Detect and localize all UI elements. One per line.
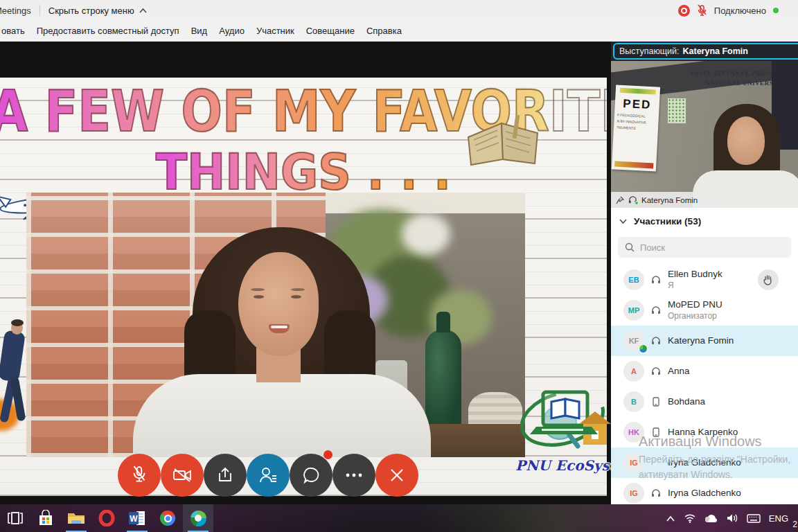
- wifi-icon[interactable]: [684, 513, 696, 523]
- participants-icon: [258, 466, 278, 484]
- touch-keyboard-icon[interactable]: [747, 514, 761, 523]
- onedrive-icon[interactable]: [704, 514, 718, 523]
- task-view-button[interactable]: [0, 504, 30, 532]
- microsoft-store-button[interactable]: [30, 504, 61, 532]
- headset-icon: [651, 366, 661, 376]
- webex-button[interactable]: [183, 504, 213, 532]
- headset-icon: [651, 275, 661, 285]
- avatar: HK: [623, 422, 644, 443]
- headset-icon: [651, 488, 661, 498]
- participant-row[interactable]: A Anna: [611, 356, 798, 387]
- headset-icon: [651, 305, 661, 315]
- participant-row[interactable]: EB Ellen Budnyk Я: [611, 265, 798, 295]
- moped-poster: PED F PEDAGOGICAL N BY INNOVATIVE TRUMEN…: [612, 85, 660, 171]
- chat-notification-dot: [323, 450, 332, 459]
- participant-row[interactable]: B Bohdana: [611, 387, 798, 417]
- chrome-icon: [160, 511, 175, 526]
- participants-section-header[interactable]: Участники (53): [611, 208, 798, 234]
- search-input[interactable]: [640, 242, 772, 253]
- participant-name: MoPED PNU: [668, 299, 722, 311]
- participant-subtitle: Я: [668, 281, 722, 291]
- language-indicator[interactable]: ENG: [769, 513, 788, 524]
- leave-meeting-button[interactable]: [375, 454, 418, 497]
- avatar: A: [623, 361, 644, 382]
- participant-row[interactable]: HK Hanna Karpenko: [611, 417, 798, 447]
- camera-off-button[interactable]: [161, 454, 204, 497]
- volume-icon[interactable]: [727, 513, 738, 523]
- close-x-icon: [389, 467, 405, 484]
- chat-icon: [302, 466, 321, 484]
- participant-name: Iryna Gladchenko: [668, 457, 741, 469]
- menu-item-meeting[interactable]: Совещание: [306, 26, 355, 36]
- participant-row[interactable]: MP MoPED PNU Организатор: [611, 295, 798, 326]
- tray-chevron-up-icon[interactable]: [666, 515, 675, 522]
- menu-item-audio[interactable]: Аудио: [219, 26, 245, 36]
- shared-screen-area: A FEW OF MY FAVORITE THINGS . . .: [0, 42, 611, 504]
- thumbnail-name-overlay: Kateryna Fomin: [611, 192, 718, 208]
- speaker-name: Kateryna Fomin: [683, 46, 748, 56]
- speaker-webcam-video: [26, 193, 525, 457]
- speaker-face: [238, 252, 319, 356]
- speaker-video-thumbnail[interactable]: VASYL STEFANYK PRECARPA NATIONAL UNIVERS…: [611, 61, 798, 208]
- participant-row[interactable]: IG Iryna Gladchenko: [611, 447, 798, 478]
- thumbnail-speaker-name: Kateryna Fomin: [641, 196, 698, 204]
- opera-icon: [98, 510, 115, 526]
- recording-indicator-icon[interactable]: [678, 5, 690, 17]
- pnu-ecosystem-watermark-logo: PNU EcoSystem: [515, 385, 611, 474]
- hide-menu-label: Скрыть строку меню: [48, 6, 134, 16]
- chevron-up-icon: [139, 8, 147, 13]
- pnu-logo-graphic: [515, 385, 611, 454]
- svg-text:W: W: [130, 514, 138, 524]
- participant-list: EB Ellen Budnyk Я MP MoPED PNU Организат…: [611, 265, 798, 504]
- participants-button[interactable]: [247, 454, 290, 497]
- avatar: EB: [623, 269, 644, 290]
- avatar: MP: [623, 300, 644, 321]
- chat-button[interactable]: [290, 454, 332, 497]
- ceiling-strip: [326, 193, 525, 213]
- taskbar-clock-partial[interactable]: 2: [792, 520, 797, 529]
- white-flowers: [402, 213, 450, 255]
- participant-row[interactable]: IG Iryna Gladchenko: [611, 478, 798, 504]
- pin-icon[interactable]: [616, 196, 624, 204]
- avatar: KF: [623, 330, 644, 351]
- avatar: B: [623, 391, 644, 412]
- file-explorer-button[interactable]: [61, 504, 91, 532]
- participant-name: Anna: [668, 366, 690, 378]
- phone-icon: [651, 427, 661, 437]
- search-icon: [625, 242, 635, 252]
- word-button[interactable]: W: [122, 504, 152, 532]
- headset-icon: [651, 336, 661, 346]
- menu-item-help[interactable]: Справка: [366, 26, 402, 36]
- side-panel: Выступающий: Kateryna Fomin VASYL STEFAN…: [611, 42, 798, 504]
- microsoft-store-icon: [37, 510, 54, 526]
- green-bottle-vase: [425, 330, 461, 428]
- task-view-icon: [7, 511, 24, 526]
- participant-subtitle: Организатор: [668, 311, 722, 321]
- menu-item-view[interactable]: Вид: [191, 26, 208, 36]
- mic-muted-icon[interactable]: [697, 4, 707, 17]
- active-speaker-header: Выступающий: Kateryna Fomin: [611, 42, 798, 61]
- menu-item-share[interactable]: Предоставить совместный доступ: [37, 26, 179, 36]
- menu-item-participant[interactable]: Участник: [256, 26, 294, 36]
- hide-menu-bar-button[interactable]: Скрыть строку меню: [48, 6, 147, 16]
- app-title: Meetings: [0, 6, 31, 16]
- participant-row[interactable]: KF Kateryna Fomin: [611, 326, 798, 356]
- menu-item-truncated[interactable]: овать: [1, 26, 25, 36]
- pnu-logo-text: PNU EcoSystem: [515, 457, 611, 474]
- more-options-button[interactable]: [332, 454, 375, 497]
- avatar: IG: [623, 483, 644, 504]
- chrome-button[interactable]: [152, 504, 183, 532]
- participant-name: Bohdana: [668, 396, 705, 408]
- participant-search[interactable]: [618, 237, 791, 258]
- raised-hand-icon[interactable]: [758, 269, 779, 290]
- webex-meetings-icon: [190, 511, 206, 526]
- opera-button[interactable]: [91, 504, 122, 532]
- share-content-button[interactable]: [204, 454, 247, 497]
- mute-button[interactable]: [118, 454, 161, 497]
- connected-dot-icon: [773, 8, 779, 13]
- participants-count-label: Участники (53): [634, 216, 701, 227]
- chevron-down-icon: [619, 219, 627, 224]
- speaker-shirt: [133, 374, 431, 457]
- menu-bar: овать Предоставить совместный доступ Вид…: [0, 21, 798, 42]
- app-badge-icon: [639, 344, 648, 353]
